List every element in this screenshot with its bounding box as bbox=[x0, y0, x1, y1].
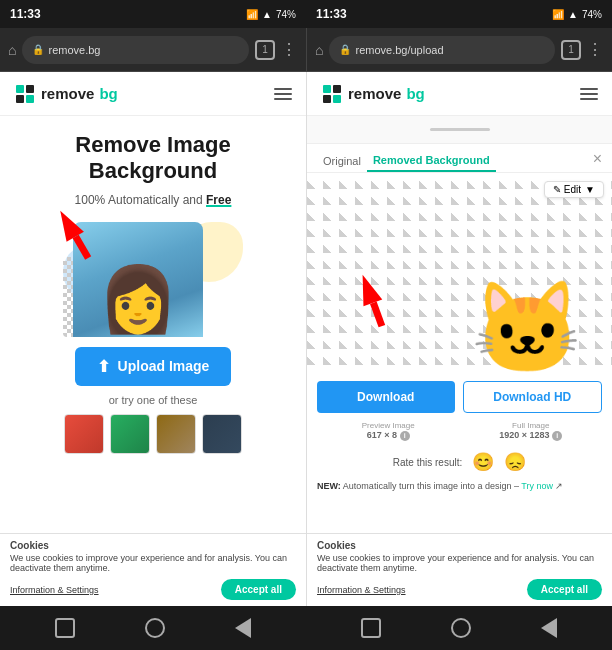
back-btn-right[interactable]: ⌂ bbox=[315, 42, 323, 58]
preview-info-icon[interactable]: i bbox=[400, 431, 410, 441]
full-size: 1920 × 1283 bbox=[499, 430, 549, 440]
preview-label: Preview Image bbox=[317, 421, 460, 430]
main-content: removebg Remove Image Background 100% Au… bbox=[0, 72, 612, 606]
free-text: Free bbox=[206, 193, 231, 207]
tab-original[interactable]: Original bbox=[317, 151, 367, 171]
chevron-down-icon: ▼ bbox=[585, 184, 595, 195]
hamburger-right[interactable] bbox=[580, 88, 598, 100]
cookie-actions-right: Information & Settings Accept all bbox=[317, 579, 602, 600]
time-right: 11:33 bbox=[316, 7, 347, 21]
logo-remove-left: remove bbox=[41, 85, 94, 102]
signal-icon: 📶 bbox=[246, 9, 258, 20]
signal-icon-r: 📶 bbox=[552, 9, 564, 20]
wifi-icon: ▲ bbox=[262, 9, 272, 20]
status-right: 11:33 📶 ▲ 74% bbox=[306, 7, 612, 21]
edit-button[interactable]: ✎ Edit ▼ bbox=[544, 181, 604, 198]
full-info-icon[interactable]: i bbox=[552, 431, 562, 441]
circle-nav-left[interactable] bbox=[145, 618, 165, 638]
edit-btn-label: ✎ Edit bbox=[553, 184, 581, 195]
close-result-btn[interactable]: × bbox=[593, 150, 602, 172]
menu-dots-right[interactable]: ⋮ bbox=[587, 40, 604, 59]
download-hd-button[interactable]: Download HD bbox=[463, 381, 603, 413]
full-label: Full Image bbox=[460, 421, 603, 430]
cat-image: 🐱 bbox=[472, 203, 582, 373]
svg-rect-4 bbox=[323, 85, 331, 93]
square-nav-right[interactable] bbox=[361, 618, 381, 638]
address-bar-right[interactable]: 🔒 remove.bg/upload bbox=[329, 36, 555, 64]
menu-dots-left[interactable]: ⋮ bbox=[281, 40, 298, 59]
new-feature-text: Automatically turn this image into a des… bbox=[343, 481, 519, 491]
cookie-text-right: We use cookies to improve your experienc… bbox=[317, 553, 602, 573]
back-btn-left[interactable]: ⌂ bbox=[8, 42, 16, 58]
hamburger-left[interactable] bbox=[274, 88, 292, 100]
svg-rect-5 bbox=[333, 85, 341, 93]
status-left: 11:33 📶 ▲ 74% bbox=[0, 7, 306, 21]
cookie-actions-left: Information & Settings Accept all bbox=[10, 579, 296, 600]
logo-icon-left bbox=[14, 83, 36, 105]
full-info: Full Image 1920 × 1283 i bbox=[460, 421, 603, 441]
back-nav-right[interactable] bbox=[541, 618, 557, 638]
accept-all-btn-left[interactable]: Accept all bbox=[221, 579, 296, 600]
sample-image-3[interactable] bbox=[156, 414, 196, 454]
logo-icon-right bbox=[321, 83, 343, 105]
download-buttons: Download Download HD bbox=[307, 373, 612, 421]
preview-info: Preview Image 617 × 8 i bbox=[317, 421, 460, 441]
tab-count-right[interactable]: 1 bbox=[561, 40, 581, 60]
upload-icon: ⬆ bbox=[97, 357, 110, 376]
new-badge: NEW: bbox=[317, 481, 341, 491]
address-bar-left[interactable]: 🔒 remove.bg bbox=[22, 36, 249, 64]
url-left: remove.bg bbox=[48, 44, 100, 56]
cookie-text-left: We use cookies to improve your experienc… bbox=[10, 553, 296, 573]
upload-image-button[interactable]: ⬆ Upload Image bbox=[75, 347, 232, 386]
tab-removed-bg[interactable]: Removed Background bbox=[367, 150, 496, 172]
wifi-icon-r: ▲ bbox=[568, 9, 578, 20]
result-tabs: Original Removed Background × bbox=[307, 144, 612, 173]
rating-row: Rate this result: 😊 😞 bbox=[307, 447, 612, 477]
square-nav-left[interactable] bbox=[55, 618, 75, 638]
download-button[interactable]: Download bbox=[317, 381, 455, 413]
thumbs-up-btn[interactable]: 😊 bbox=[472, 451, 494, 473]
time-left: 11:33 bbox=[10, 7, 41, 21]
accept-all-btn-right[interactable]: Accept all bbox=[527, 579, 602, 600]
scroll-indicator bbox=[430, 128, 490, 131]
right-panel: removebg Original Removed Background × 🐱 bbox=[306, 72, 612, 606]
left-cookie-bar: Cookies We use cookies to improve your e… bbox=[0, 533, 306, 606]
result-image-preview: 🐱 ✎ Edit ▼ bbox=[307, 173, 612, 373]
hero-woman-image bbox=[73, 222, 203, 337]
svg-rect-2 bbox=[16, 95, 24, 103]
logo-bg-left: bg bbox=[99, 85, 117, 102]
cookie-title-left: Cookies bbox=[10, 540, 296, 551]
browser-left: ⌂ 🔒 remove.bg 1 ⋮ bbox=[0, 28, 306, 72]
try-these-text: or try one of these bbox=[109, 394, 198, 406]
svg-rect-1 bbox=[26, 85, 34, 93]
new-feature-row: NEW: Automatically turn this image into … bbox=[307, 477, 612, 495]
sample-image-4[interactable] bbox=[202, 414, 242, 454]
back-nav-left[interactable] bbox=[235, 618, 251, 638]
svg-rect-6 bbox=[323, 95, 331, 103]
tab-count-left[interactable]: 1 bbox=[255, 40, 275, 60]
left-logo: removebg bbox=[14, 83, 118, 105]
page-subtitle: 100% Automatically and Free bbox=[75, 193, 232, 207]
left-panel: removebg Remove Image Background 100% Au… bbox=[0, 72, 306, 606]
right-logo: removebg bbox=[321, 83, 425, 105]
sample-image-1[interactable] bbox=[64, 414, 104, 454]
status-bar: 11:33 📶 ▲ 74% 11:33 📶 ▲ 74% bbox=[0, 0, 612, 28]
logo-bg-right: bg bbox=[406, 85, 424, 102]
status-icons-left: 📶 ▲ 74% bbox=[246, 9, 296, 20]
url-right: remove.bg/upload bbox=[355, 44, 443, 56]
svg-rect-7 bbox=[333, 95, 341, 103]
thumbs-down-btn[interactable]: 😞 bbox=[504, 451, 526, 473]
sample-image-2[interactable] bbox=[110, 414, 150, 454]
battery-right: 74% bbox=[582, 9, 602, 20]
circle-nav-right[interactable] bbox=[451, 618, 471, 638]
battery-left: 74% bbox=[276, 9, 296, 20]
logo-remove-right: remove bbox=[348, 85, 401, 102]
cookie-settings-link-left[interactable]: Information & Settings bbox=[10, 585, 213, 595]
svg-rect-0 bbox=[16, 85, 24, 93]
cookie-settings-link-right[interactable]: Information & Settings bbox=[317, 585, 519, 595]
bottom-nav-right bbox=[306, 606, 612, 650]
try-now-link[interactable]: Try now bbox=[521, 481, 553, 491]
browser-chrome: ⌂ 🔒 remove.bg 1 ⋮ ⌂ 🔒 remove.bg/upload 1… bbox=[0, 28, 612, 72]
hero-image bbox=[63, 217, 243, 337]
preview-size: 617 × 8 bbox=[367, 430, 397, 440]
